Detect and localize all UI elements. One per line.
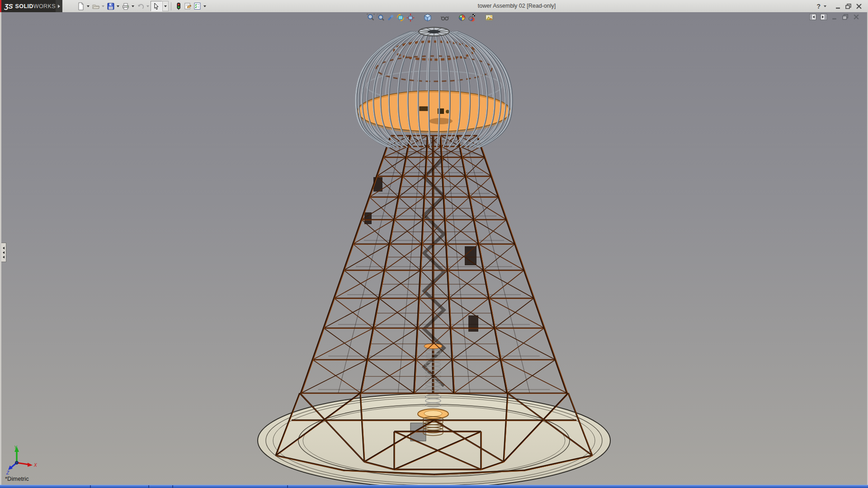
zoom-to-fit-button[interactable] [366, 13, 376, 23]
traffic-light-button[interactable] [174, 1, 183, 11]
os-taskbar-edge[interactable] [0, 485, 868, 488]
new-document-button[interactable] [76, 1, 85, 11]
zoom-in-out-icon [386, 13, 395, 22]
undo-dropdown[interactable] [145, 1, 151, 11]
scene-button[interactable] [484, 13, 494, 23]
select-dropdown[interactable] [162, 1, 169, 11]
zoom-to-area-button[interactable] [376, 13, 386, 23]
select-button[interactable] [151, 1, 162, 11]
collapse-arrow-icon [3, 256, 5, 258]
traffic-light-icon [175, 2, 183, 10]
titlebar: ƷS SOLID WORKS [0, 0, 868, 13]
open-button[interactable] [91, 1, 100, 11]
hidden-lines-glasses-icon [440, 13, 449, 22]
taskbar-separator [287, 485, 288, 488]
save-floppy-icon [107, 2, 115, 10]
brand-text-bold: SOLID [15, 3, 33, 9]
open-folder-icon [92, 2, 100, 10]
zoom-to-fit-icon [366, 13, 375, 22]
restore-document-button[interactable] [842, 14, 849, 20]
help-dropdown[interactable] [824, 5, 826, 7]
view-orientation-label: *Dimetric [5, 475, 29, 482]
feature-panel-collapse-tab[interactable] [1, 243, 6, 262]
brand-glyph: ƷS [4, 2, 13, 10]
collapse-arrow-icon [3, 251, 5, 254]
solidworks-window: ƷS SOLID WORKS [0, 0, 868, 488]
standard-toolbar [76, 1, 208, 11]
design-checker-dropdown[interactable] [202, 1, 208, 11]
print-dropdown[interactable] [130, 1, 136, 11]
graphics-viewport[interactable]: Y X Z *Dimetric [0, 12, 868, 485]
select-cursor-icon [152, 2, 160, 10]
taskbar-separator [172, 485, 173, 488]
render-checkered-flag-icon [467, 13, 476, 22]
minimize-document-button[interactable] [831, 14, 838, 20]
restore-button[interactable] [845, 3, 852, 9]
undo-arrow-icon [137, 2, 145, 10]
toolbar-separator [171, 2, 171, 10]
shaded-sphere-icon [458, 13, 467, 22]
pane-toggle-right-button[interactable] [820, 14, 827, 20]
triad-z-label: Z [6, 470, 9, 475]
hidden-lines-button[interactable] [440, 13, 450, 23]
close-document-button[interactable] [853, 14, 860, 20]
new-document-icon [77, 2, 85, 10]
rotate-view-button[interactable] [396, 13, 406, 23]
tower-model-canvas[interactable] [0, 12, 868, 485]
print-icon [122, 2, 130, 10]
brand-red-stripe [0, 0, 1, 12]
collapse-arrow-icon [3, 247, 5, 249]
help-button[interactable]: ? [816, 3, 821, 10]
scene-frame-icon [485, 13, 494, 22]
document-window-controls [809, 14, 860, 20]
view-toolbar [366, 13, 494, 23]
pane-toggle-left-button[interactable] [809, 14, 816, 20]
brand-text-light: WORKS [33, 3, 56, 9]
save-button[interactable] [106, 1, 115, 11]
standard-views-cube-icon [423, 13, 432, 22]
base-pad [258, 394, 610, 485]
window-controls: ? [816, 2, 863, 10]
zoom-to-area-icon [376, 13, 385, 22]
open-dropdown[interactable] [100, 1, 106, 11]
new-document-dropdown[interactable] [85, 1, 91, 11]
standard-views-button[interactable] [423, 13, 433, 23]
reference-triad: Y X Z [5, 444, 41, 478]
comment-button[interactable] [183, 1, 193, 11]
shaded-button[interactable] [457, 13, 467, 23]
minimize-button[interactable] [835, 3, 842, 9]
design-checker-button[interactable] [193, 1, 202, 11]
comment-sheet-icon [184, 2, 192, 10]
zoom-in-out-button[interactable] [386, 13, 396, 23]
undo-button[interactable] [136, 1, 145, 11]
menu-flyout-button[interactable] [56, 0, 62, 12]
close-button[interactable] [855, 3, 863, 9]
triad-x-label: X [33, 463, 37, 468]
dome-top-cap [419, 28, 449, 36]
print-button[interactable] [121, 1, 130, 11]
save-dropdown[interactable] [115, 1, 121, 11]
taskbar-separator [90, 485, 91, 488]
flyout-arrow-icon [58, 5, 60, 8]
solidworks-logo: ƷS SOLID WORKS [0, 0, 56, 12]
document-title: tower Assembly 02 [Read-only] [478, 3, 556, 9]
pan-icon [406, 13, 415, 22]
taskbar-separator [148, 485, 149, 488]
rotate-view-icon [396, 13, 405, 22]
render-button[interactable] [467, 13, 477, 23]
design-checklist-icon [193, 2, 202, 10]
pan-button[interactable] [406, 13, 415, 23]
